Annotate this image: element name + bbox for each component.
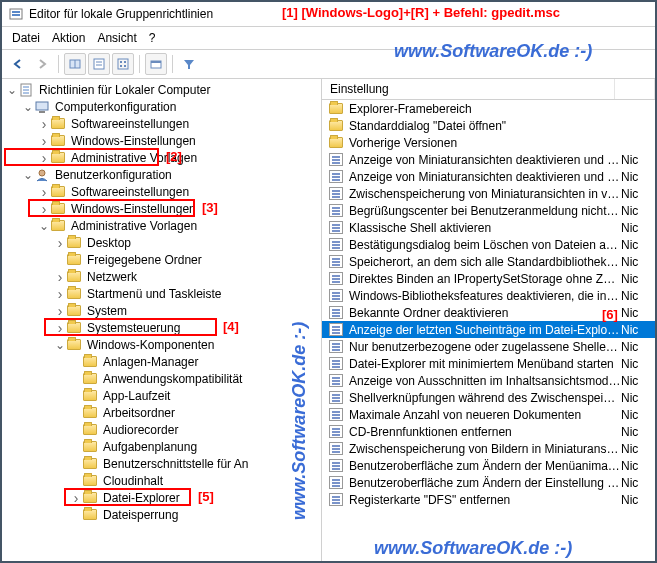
twisty-icon[interactable] [22, 170, 34, 180]
tree-anlagen[interactable]: Anlagen-Manager [2, 353, 321, 370]
list-row[interactable]: Anzeige von Ausschnitten im Inhaltsansic… [322, 372, 655, 389]
list-row[interactable]: Maximale Anzahl von neueren DokumentenNi… [322, 406, 655, 423]
tree-appcompat[interactable]: Anwendungskompatibilität [2, 370, 321, 387]
forward-button[interactable] [31, 53, 53, 75]
tree-wincomp[interactable]: Windows-Komponenten [2, 336, 321, 353]
twisty-icon[interactable] [54, 272, 66, 282]
tree-arbeitsordner[interactable]: Arbeitsordner [2, 404, 321, 421]
tree-explorer[interactable]: Datei-Explorer [2, 489, 321, 506]
tree-shared[interactable]: Freigegebene Ordner [2, 251, 321, 268]
setting-icon [328, 459, 344, 473]
folder-icon [66, 287, 82, 301]
tree-cc[interactable]: Computerkonfiguration [2, 98, 321, 115]
svg-rect-2 [12, 14, 20, 16]
twisty-icon[interactable] [54, 289, 66, 299]
tree-cc_soft[interactable]: Softwareeinstellungen [2, 115, 321, 132]
list-row[interactable]: Benutzeroberfläche zum Ändern der Einste… [322, 474, 655, 491]
tree-benschnitt[interactable]: Benutzerschnittstelle für An [2, 455, 321, 472]
twisty-icon[interactable] [38, 221, 50, 231]
list-row[interactable]: Direktes Binden an IPropertySetStorage o… [322, 270, 655, 287]
tree-audiorec[interactable]: Audiorecorder [2, 421, 321, 438]
twisty-icon[interactable] [38, 187, 50, 197]
list-row[interactable]: Bestätigungsdialog beim Löschen von Date… [322, 236, 655, 253]
tree-label: Dateisperrung [101, 508, 180, 522]
tree-cc_adm[interactable]: Administrative Vorlagen [2, 149, 321, 166]
list-row[interactable]: Vorherige Versionen [322, 134, 655, 151]
folder-icon [66, 236, 82, 250]
tool-btn-4[interactable] [145, 53, 167, 75]
tree-label: Softwareeinstellungen [69, 185, 191, 199]
menu-file[interactable]: Datei [6, 29, 46, 47]
list-pane[interactable]: Einstellung Explorer-FramebereichStandar… [322, 79, 655, 563]
list-row[interactable]: Zwischenspeicherung von Bildern in Minia… [322, 440, 655, 457]
setting-label: Zwischenspeicherung von Miniaturansichte… [349, 187, 621, 201]
twisty-icon[interactable] [54, 340, 66, 350]
twisty-icon[interactable] [38, 153, 50, 163]
setting-icon [328, 204, 344, 218]
list-row[interactable]: Speicherort, an dem sich alle Standardbi… [322, 253, 655, 270]
setting-icon [328, 425, 344, 439]
tree-uc_soft[interactable]: Softwareeinstellungen [2, 183, 321, 200]
tree-label: Cloudinhalt [101, 474, 165, 488]
tree-cloud[interactable]: Cloudinhalt [2, 472, 321, 489]
menu-view[interactable]: Ansicht [91, 29, 142, 47]
tool-btn-1[interactable] [64, 53, 86, 75]
twisty-icon[interactable] [38, 136, 50, 146]
list-row[interactable]: Anzeige von Miniaturansichten deaktivier… [322, 168, 655, 185]
list-row[interactable]: Anzeige von Miniaturansichten deaktivier… [322, 151, 655, 168]
svg-point-21 [39, 170, 45, 176]
twisty-icon[interactable] [6, 85, 18, 95]
twisty-icon[interactable] [54, 306, 66, 316]
tree-cc_win[interactable]: Windows-Einstellungen [2, 132, 321, 149]
setting-label: Registerkarte "DFS" entfernen [349, 493, 621, 507]
list-row[interactable]: Zwischenspeicherung von Miniaturansichte… [322, 185, 655, 202]
col-setting[interactable]: Einstellung [322, 79, 615, 99]
col-state[interactable] [615, 79, 655, 99]
tree-desktop[interactable]: Desktop [2, 234, 321, 251]
tree-pane[interactable]: Richtlinien für Lokaler ComputerComputer… [2, 79, 322, 563]
twisty-icon[interactable] [38, 204, 50, 214]
list-row[interactable]: Windows-Bibliotheksfeatures deaktivieren… [322, 287, 655, 304]
tree-uc[interactable]: Benutzerkonfiguration [2, 166, 321, 183]
tree-uc_win[interactable]: Windows-Einstellungen [2, 200, 321, 217]
list-row[interactable]: Anzeige der letzten Sucheinträge im Date… [322, 321, 655, 338]
list-row[interactable]: Bekannte Ordner deaktivierenNic [322, 304, 655, 321]
tool-btn-2[interactable] [88, 53, 110, 75]
back-button[interactable] [7, 53, 29, 75]
list-row[interactable]: Shellverknüpfungen während des Zwischens… [322, 389, 655, 406]
menu-help[interactable]: ? [143, 29, 162, 47]
list-header: Einstellung [322, 79, 655, 100]
tree-aufgaben[interactable]: Aufgabenplanung [2, 438, 321, 455]
tree-network[interactable]: Netzwerk [2, 268, 321, 285]
setting-icon [328, 289, 344, 303]
list-row[interactable]: Explorer-Framebereich [322, 100, 655, 117]
menu-action[interactable]: Aktion [46, 29, 91, 47]
tree-system[interactable]: System [2, 302, 321, 319]
tool-btn-3[interactable] [112, 53, 134, 75]
tree-control[interactable]: Systemsteuerung [2, 319, 321, 336]
twisty-icon[interactable] [54, 323, 66, 333]
list-row[interactable]: Standarddialog "Datei öffnen" [322, 117, 655, 134]
twisty-icon[interactable] [54, 238, 66, 248]
tree-start[interactable]: Startmenü und Taskleiste [2, 285, 321, 302]
list-row[interactable]: Begrüßungscenter bei Benutzeranmeldung n… [322, 202, 655, 219]
filter-button[interactable] [178, 53, 200, 75]
tree-applaufzeit[interactable]: App-Laufzeit [2, 387, 321, 404]
twisty-icon[interactable] [22, 102, 34, 112]
tree-sperrung[interactable]: Dateisperrung [2, 506, 321, 523]
setting-icon [328, 493, 344, 507]
list-row[interactable]: Klassische Shell aktivierenNic [322, 219, 655, 236]
setting-state: Nic [621, 323, 655, 337]
tree-root[interactable]: Richtlinien für Lokaler Computer [2, 81, 321, 98]
twisty-icon[interactable] [70, 493, 82, 503]
twisty-icon[interactable] [38, 119, 50, 129]
list-row[interactable]: Registerkarte "DFS" entfernenNic [322, 491, 655, 508]
setting-icon [328, 442, 344, 456]
list-row[interactable]: Benutzeroberfläche zum Ändern der Menüan… [322, 457, 655, 474]
setting-state: Nic [621, 255, 655, 269]
list-row[interactable]: Datei-Explorer mit minimiertem Menüband … [322, 355, 655, 372]
setting-state: Nic [621, 425, 655, 439]
tree-uc_adm[interactable]: Administrative Vorlagen [2, 217, 321, 234]
list-row[interactable]: CD-Brennfunktionen entfernenNic [322, 423, 655, 440]
list-row[interactable]: Nur benutzerbezogene oder zugelassene Sh… [322, 338, 655, 355]
